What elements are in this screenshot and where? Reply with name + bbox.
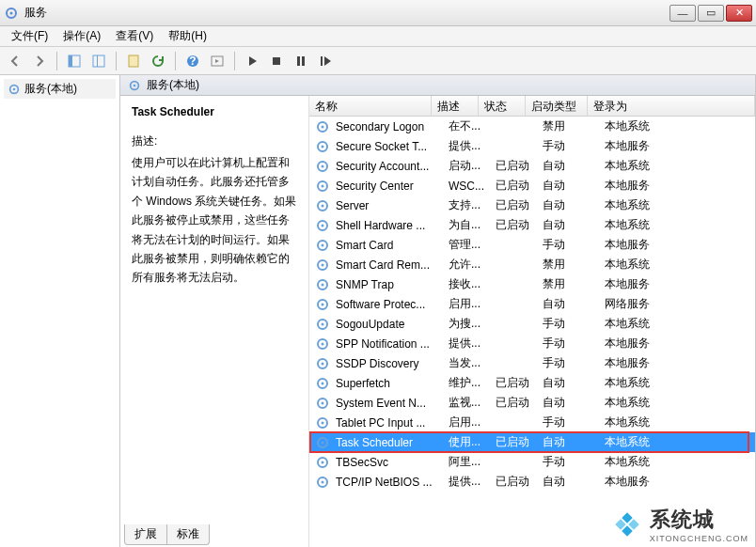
cell-desc: WSC... [447, 180, 494, 193]
service-row[interactable]: Tablet PC Input ...启用...手动本地系统 [309, 413, 755, 432]
cell-startup: 手动 [541, 454, 603, 470]
svg-point-55 [322, 480, 324, 483]
tab-standard[interactable]: 标准 [166, 524, 210, 545]
cell-logon: 本地服务 [603, 237, 751, 253]
pause-service-button[interactable] [290, 50, 312, 72]
cell-startup: 手动 [541, 237, 603, 253]
maximize-button[interactable]: ▭ [698, 5, 724, 22]
tab-extended[interactable]: 扩展 [124, 524, 167, 545]
cell-logon: 本地系统 [603, 158, 751, 174]
cell-desc: 启用... [447, 296, 494, 312]
service-row[interactable]: SogouUpdate为搜...手动本地系统 [309, 314, 755, 334]
svg-rect-4 [93, 55, 104, 67]
menu-help[interactable]: 帮助(H) [161, 26, 214, 46]
svg-rect-10 [273, 57, 280, 65]
refresh-button[interactable] [147, 50, 169, 72]
properties-button[interactable] [122, 50, 145, 72]
service-row[interactable]: Software Protec...启用...自动网络服务 [309, 294, 755, 314]
action-button[interactable] [206, 50, 228, 72]
cell-logon: 本地系统 [603, 257, 751, 273]
watermark: 系统城 XITONGCHENG.COM [610, 506, 748, 543]
description-text: 使用户可以在此计算机上配置和计划自动任务。此服务还托管多个 Windows 系统… [132, 153, 297, 288]
cell-logon: 本地系统 [603, 217, 751, 233]
restart-service-button[interactable] [314, 50, 337, 72]
close-button[interactable]: ✕ [726, 5, 752, 22]
cell-name: Secure Socket T... [334, 140, 447, 153]
svg-rect-3 [69, 55, 72, 67]
col-startup[interactable]: 启动类型 [526, 96, 588, 116]
cell-logon: 本地服务 [603, 276, 751, 292]
svg-point-29 [322, 224, 324, 227]
cell-name: Server [334, 199, 447, 212]
service-row[interactable]: Server支持...已启动自动本地系统 [309, 195, 755, 215]
nav-label: 服务(本地) [24, 81, 77, 97]
nav-forward-button[interactable] [28, 50, 51, 72]
service-row[interactable]: SNMP Trap接收...禁用本地服务 [309, 274, 755, 294]
col-name[interactable]: 名称 [309, 96, 432, 116]
service-row[interactable]: SPP Notification ...提供...手动本地服务 [309, 334, 755, 353]
svg-point-15 [13, 87, 16, 90]
service-row[interactable]: System Event N...监视...已启动自动本地系统 [309, 393, 755, 413]
stop-service-button[interactable] [265, 50, 288, 72]
main-area: 服务(本地) 服务(本地) Task Scheduler 描述: 使用户可以在此… [0, 75, 756, 547]
cell-status: 已启动 [494, 474, 541, 490]
nav-back-button[interactable] [4, 50, 26, 72]
svg-point-1 [10, 11, 13, 14]
service-row[interactable]: TCP/IP NetBIOS ...提供...已启动自动本地服务 [309, 472, 755, 492]
cell-logon: 本地服务 [603, 355, 751, 371]
menu-file[interactable]: 文件(F) [4, 26, 55, 46]
gear-icon [315, 139, 330, 154]
service-row[interactable]: Smart Card管理...手动本地服务 [309, 235, 755, 255]
cell-startup: 手动 [541, 336, 603, 352]
center-header: 服务(本地) [120, 75, 755, 96]
cell-desc: 阿里... [447, 454, 494, 470]
cell-desc: 支持... [447, 197, 494, 213]
gear-icon [315, 258, 330, 273]
cell-startup: 手动 [541, 316, 603, 332]
cell-startup: 自动 [541, 197, 603, 213]
toolbar: ? [0, 47, 756, 75]
menu-action[interactable]: 操作(A) [55, 26, 108, 46]
minimize-button[interactable]: — [669, 5, 696, 22]
service-row[interactable]: SSDP Discovery当发...手动本地服务 [309, 353, 755, 373]
help-button[interactable]: ? [181, 50, 204, 72]
service-row[interactable]: Security CenterWSC...已启动自动本地服务 [309, 176, 755, 195]
center-title: 服务(本地) [147, 77, 199, 93]
service-row[interactable]: TBSecSvc阿里...手动本地系统 [309, 452, 755, 472]
cell-logon: 本地系统 [603, 434, 751, 450]
svg-point-39 [322, 322, 324, 325]
col-desc[interactable]: 描述 [432, 96, 479, 116]
cell-logon: 本地服务 [603, 336, 751, 352]
svg-rect-57 [628, 519, 638, 529]
service-row[interactable]: Security Account...启动...已启动自动本地系统 [309, 156, 755, 176]
start-service-button[interactable] [241, 50, 263, 72]
service-row[interactable]: Superfetch维护...已启动自动本地系统 [309, 373, 755, 393]
show-hide-tree-button[interactable] [63, 50, 86, 72]
export-button[interactable] [87, 50, 110, 72]
cell-startup: 手动 [541, 414, 603, 430]
col-logon[interactable]: 登录为 [588, 96, 755, 116]
cell-desc: 为自... [447, 217, 494, 233]
cell-name: Secondary Logon [334, 120, 447, 133]
cell-startup: 自动 [541, 296, 603, 312]
gear-icon [315, 179, 330, 194]
cell-logon: 本地系统 [603, 316, 751, 332]
service-row[interactable]: Secure Socket T...提供...手动本地服务 [309, 136, 755, 156]
col-status[interactable]: 状态 [479, 96, 526, 116]
nav-services-local[interactable]: 服务(本地) [4, 79, 116, 99]
svg-rect-56 [622, 512, 632, 523]
cell-logon: 本地服务 [603, 178, 751, 194]
toolbar-separator [175, 52, 176, 70]
menu-view[interactable]: 查看(V) [108, 26, 161, 46]
cell-name: Smart Card [334, 239, 447, 252]
service-row[interactable]: Secondary Logon在不...禁用本地系统 [309, 117, 755, 136]
service-row[interactable]: Task Scheduler使用...已启动自动本地系统 [309, 432, 755, 452]
service-row[interactable]: Smart Card Rem...允许...禁用本地系统 [309, 255, 755, 274]
gear-icon [315, 317, 330, 332]
list-body[interactable]: Secondary Logon在不...禁用本地系统Secure Socket … [309, 117, 755, 547]
description-pane: Task Scheduler 描述: 使用户可以在此计算机上配置和计划自动任务。… [120, 96, 308, 547]
service-row[interactable]: Shell Hardware ...为自...已启动自动本地系统 [309, 215, 755, 235]
gear-icon [315, 119, 330, 134]
cell-logon: 本地系统 [603, 118, 751, 134]
cell-name: Smart Card Rem... [334, 258, 447, 272]
